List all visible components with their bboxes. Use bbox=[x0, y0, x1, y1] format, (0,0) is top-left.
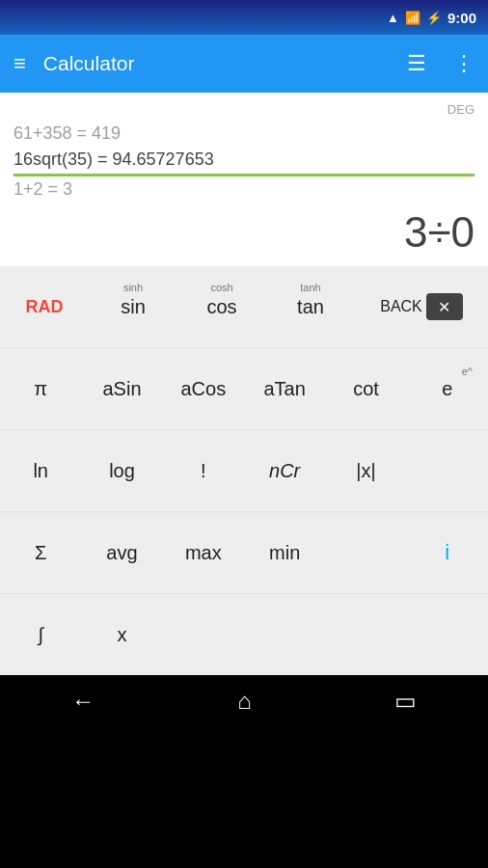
current-expression: 3÷0 bbox=[14, 203, 474, 257]
cos-key[interactable]: cosh cos bbox=[177, 266, 266, 347]
nav-back-button[interactable]: ← bbox=[52, 682, 114, 720]
app-bar: ≡ Calculator ☰ ⋮ bbox=[0, 35, 488, 93]
pi-key[interactable]: π bbox=[0, 348, 81, 429]
keypad-row-3: ln log ! nCr |x| bbox=[0, 430, 488, 512]
log-key[interactable]: log bbox=[81, 430, 162, 511]
status-bar: ▲ 📶 ⚡ 9:00 bbox=[0, 0, 488, 35]
tan-key[interactable]: tanh tan bbox=[266, 266, 355, 347]
backspace-icon: ✕ bbox=[426, 293, 463, 320]
deg-label: DEG bbox=[14, 102, 474, 117]
app-title: Calculator bbox=[43, 52, 380, 75]
bottom-nav: ← ⌂ ▭ bbox=[0, 675, 488, 727]
list-icon[interactable]: ☰ bbox=[407, 51, 426, 76]
asin-key[interactable]: aSin bbox=[81, 348, 162, 429]
wifi-icon: ▲ bbox=[387, 11, 399, 25]
max-key[interactable]: max bbox=[163, 512, 244, 593]
atan-key[interactable]: aTan bbox=[244, 348, 325, 429]
back-key[interactable]: BACK ✕ bbox=[355, 266, 488, 347]
keypad-row-1: RAD sinh sin cosh cos tanh tan BACK ✕ bbox=[0, 266, 488, 348]
empty-key-3 bbox=[407, 430, 488, 511]
empty-key-5c bbox=[325, 594, 406, 675]
abs-key[interactable]: |x| bbox=[325, 430, 406, 511]
more-icon[interactable]: ⋮ bbox=[453, 51, 474, 76]
nav-recents-button[interactable]: ▭ bbox=[375, 682, 436, 720]
info-key[interactable]: i bbox=[407, 512, 488, 593]
e-key[interactable]: e^ e bbox=[407, 348, 488, 429]
signal-icon: 📶 bbox=[405, 11, 420, 25]
empty-key-5b bbox=[244, 594, 325, 675]
integral-key[interactable]: ∫ bbox=[0, 594, 81, 675]
keypad-row-5: ∫ x bbox=[0, 594, 488, 675]
menu-icon[interactable]: ≡ bbox=[14, 51, 26, 76]
min-key[interactable]: min bbox=[244, 512, 325, 593]
history-line-2: 16sqrt(35) = 94.65727653 bbox=[14, 147, 474, 176]
cot-key[interactable]: cot bbox=[325, 348, 406, 429]
factorial-key[interactable]: ! bbox=[163, 430, 244, 511]
x-key[interactable]: x bbox=[81, 594, 162, 675]
keypad-row-4: Σ avg max min i bbox=[0, 512, 488, 594]
acos-key[interactable]: aCos bbox=[163, 348, 244, 429]
sin-key[interactable]: sinh sin bbox=[89, 266, 177, 347]
empty-key-4 bbox=[325, 512, 406, 593]
keypad: RAD sinh sin cosh cos tanh tan BACK ✕ π … bbox=[0, 266, 488, 675]
status-time: 9:00 bbox=[447, 10, 476, 26]
avg-key[interactable]: avg bbox=[81, 512, 162, 593]
ncr-key[interactable]: nCr bbox=[244, 430, 325, 511]
empty-key-5d bbox=[407, 594, 488, 675]
battery-icon: ⚡ bbox=[426, 11, 442, 25]
sigma-key[interactable]: Σ bbox=[0, 512, 81, 593]
rad-key[interactable]: RAD bbox=[0, 266, 89, 347]
keypad-row-2: π aSin aCos aTan cot e^ e bbox=[0, 348, 488, 430]
display: DEG 61+358 = 419 16sqrt(35) = 94.6572765… bbox=[0, 93, 488, 266]
history-line-1: 61+358 = 419 bbox=[14, 121, 474, 147]
nav-home-button[interactable]: ⌂ bbox=[218, 682, 271, 720]
history-line-3: 1+2 = 3 bbox=[14, 176, 474, 203]
empty-key-5a bbox=[163, 594, 244, 675]
ln-key[interactable]: ln bbox=[0, 430, 81, 511]
